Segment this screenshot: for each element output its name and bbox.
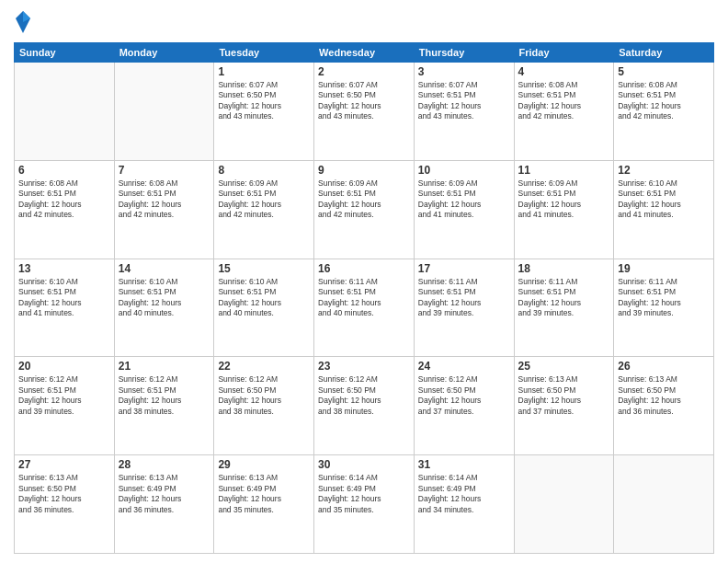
day-number: 13 xyxy=(18,262,110,275)
day-number: 23 xyxy=(318,360,410,373)
day-number: 17 xyxy=(418,262,510,275)
calendar-cell: 18Sunrise: 6:11 AM Sunset: 6:51 PM Dayli… xyxy=(514,259,614,357)
day-number: 24 xyxy=(418,360,510,373)
calendar-cell: 31Sunrise: 6:14 AM Sunset: 6:49 PM Dayli… xyxy=(414,455,514,554)
header xyxy=(14,9,714,35)
day-number: 15 xyxy=(218,262,310,275)
day-number: 28 xyxy=(119,458,210,471)
day-number: 18 xyxy=(518,262,610,275)
calendar-week-row: 1Sunrise: 6:07 AM Sunset: 6:50 PM Daylig… xyxy=(15,63,714,161)
day-info: Sunrise: 6:09 AM Sunset: 6:51 PM Dayligh… xyxy=(518,178,610,221)
calendar-cell: 23Sunrise: 6:12 AM Sunset: 6:50 PM Dayli… xyxy=(314,357,415,455)
calendar-cell: 1Sunrise: 6:07 AM Sunset: 6:50 PM Daylig… xyxy=(214,63,314,161)
calendar-day-header: Thursday xyxy=(414,43,514,63)
calendar-day-header: Friday xyxy=(514,43,614,63)
calendar-cell: 29Sunrise: 6:13 AM Sunset: 6:49 PM Dayli… xyxy=(214,455,314,554)
calendar-header-row: SundayMondayTuesdayWednesdayThursdayFrid… xyxy=(15,43,714,63)
calendar-cell: 7Sunrise: 6:08 AM Sunset: 6:51 PM Daylig… xyxy=(114,160,214,259)
day-info: Sunrise: 6:10 AM Sunset: 6:51 PM Dayligh… xyxy=(618,178,710,221)
day-info: Sunrise: 6:13 AM Sunset: 6:50 PM Dayligh… xyxy=(518,374,610,417)
logo-icon xyxy=(14,9,32,35)
day-number: 2 xyxy=(318,65,410,78)
logo xyxy=(14,9,36,35)
day-info: Sunrise: 6:14 AM Sunset: 6:49 PM Dayligh… xyxy=(318,473,410,515)
day-info: Sunrise: 6:08 AM Sunset: 6:51 PM Dayligh… xyxy=(518,80,610,122)
calendar-cell: 2Sunrise: 6:07 AM Sunset: 6:50 PM Daylig… xyxy=(314,63,415,161)
day-info: Sunrise: 6:11 AM Sunset: 6:51 PM Dayligh… xyxy=(318,277,410,319)
calendar-cell: 3Sunrise: 6:07 AM Sunset: 6:51 PM Daylig… xyxy=(414,63,514,161)
calendar-cell xyxy=(514,455,614,554)
day-number: 31 xyxy=(418,458,510,471)
calendar-cell: 12Sunrise: 6:10 AM Sunset: 6:51 PM Dayli… xyxy=(614,160,714,259)
calendar-cell: 15Sunrise: 6:10 AM Sunset: 6:51 PM Dayli… xyxy=(214,259,314,357)
day-info: Sunrise: 6:10 AM Sunset: 6:51 PM Dayligh… xyxy=(18,277,110,319)
day-number: 10 xyxy=(418,164,510,177)
calendar-cell: 14Sunrise: 6:10 AM Sunset: 6:51 PM Dayli… xyxy=(114,259,214,357)
calendar-cell: 6Sunrise: 6:08 AM Sunset: 6:51 PM Daylig… xyxy=(15,160,115,259)
day-info: Sunrise: 6:10 AM Sunset: 6:51 PM Dayligh… xyxy=(218,277,310,319)
day-number: 8 xyxy=(218,164,310,177)
day-info: Sunrise: 6:13 AM Sunset: 6:50 PM Dayligh… xyxy=(18,473,110,515)
day-number: 7 xyxy=(119,164,210,177)
calendar-week-row: 27Sunrise: 6:13 AM Sunset: 6:50 PM Dayli… xyxy=(15,455,714,554)
page: SundayMondayTuesdayWednesdayThursdayFrid… xyxy=(0,0,728,563)
calendar-cell: 17Sunrise: 6:11 AM Sunset: 6:51 PM Dayli… xyxy=(414,259,514,357)
day-info: Sunrise: 6:13 AM Sunset: 6:49 PM Dayligh… xyxy=(119,473,210,515)
calendar-cell: 20Sunrise: 6:12 AM Sunset: 6:51 PM Dayli… xyxy=(15,357,115,455)
day-number: 4 xyxy=(518,65,610,78)
day-info: Sunrise: 6:13 AM Sunset: 6:49 PM Dayligh… xyxy=(218,473,310,515)
day-number: 9 xyxy=(318,164,410,177)
day-info: Sunrise: 6:14 AM Sunset: 6:49 PM Dayligh… xyxy=(418,473,510,515)
day-info: Sunrise: 6:08 AM Sunset: 6:51 PM Dayligh… xyxy=(119,178,210,221)
calendar-cell: 22Sunrise: 6:12 AM Sunset: 6:50 PM Dayli… xyxy=(214,357,314,455)
day-info: Sunrise: 6:08 AM Sunset: 6:51 PM Dayligh… xyxy=(18,178,110,221)
day-info: Sunrise: 6:10 AM Sunset: 6:51 PM Dayligh… xyxy=(119,277,210,319)
day-number: 26 xyxy=(618,360,710,373)
calendar-day-header: Saturday xyxy=(614,43,714,63)
day-info: Sunrise: 6:13 AM Sunset: 6:50 PM Dayligh… xyxy=(618,374,710,417)
day-info: Sunrise: 6:07 AM Sunset: 6:50 PM Dayligh… xyxy=(318,80,410,122)
calendar-cell: 8Sunrise: 6:09 AM Sunset: 6:51 PM Daylig… xyxy=(214,160,314,259)
calendar-cell: 24Sunrise: 6:12 AM Sunset: 6:50 PM Dayli… xyxy=(414,357,514,455)
day-info: Sunrise: 6:07 AM Sunset: 6:50 PM Dayligh… xyxy=(218,80,310,122)
day-number: 6 xyxy=(18,164,110,177)
day-info: Sunrise: 6:11 AM Sunset: 6:51 PM Dayligh… xyxy=(518,277,610,319)
calendar-week-row: 6Sunrise: 6:08 AM Sunset: 6:51 PM Daylig… xyxy=(15,160,714,259)
day-info: Sunrise: 6:07 AM Sunset: 6:51 PM Dayligh… xyxy=(418,80,510,122)
day-number: 29 xyxy=(218,458,310,471)
calendar-cell xyxy=(114,63,214,161)
calendar-cell: 16Sunrise: 6:11 AM Sunset: 6:51 PM Dayli… xyxy=(314,259,415,357)
day-info: Sunrise: 6:09 AM Sunset: 6:51 PM Dayligh… xyxy=(318,178,410,221)
day-number: 25 xyxy=(518,360,610,373)
day-info: Sunrise: 6:12 AM Sunset: 6:51 PM Dayligh… xyxy=(119,374,210,417)
calendar-cell: 10Sunrise: 6:09 AM Sunset: 6:51 PM Dayli… xyxy=(414,160,514,259)
day-number: 12 xyxy=(618,164,710,177)
day-info: Sunrise: 6:12 AM Sunset: 6:50 PM Dayligh… xyxy=(418,374,510,417)
calendar-cell: 27Sunrise: 6:13 AM Sunset: 6:50 PM Dayli… xyxy=(15,455,115,554)
day-number: 16 xyxy=(318,262,410,275)
day-info: Sunrise: 6:08 AM Sunset: 6:51 PM Dayligh… xyxy=(618,80,710,122)
day-number: 21 xyxy=(119,360,210,373)
day-info: Sunrise: 6:12 AM Sunset: 6:50 PM Dayligh… xyxy=(318,374,410,417)
calendar-day-header: Sunday xyxy=(15,43,115,63)
calendar-week-row: 13Sunrise: 6:10 AM Sunset: 6:51 PM Dayli… xyxy=(15,259,714,357)
calendar-cell: 19Sunrise: 6:11 AM Sunset: 6:51 PM Dayli… xyxy=(614,259,714,357)
day-number: 5 xyxy=(618,65,710,78)
day-info: Sunrise: 6:09 AM Sunset: 6:51 PM Dayligh… xyxy=(218,178,310,221)
calendar-cell: 30Sunrise: 6:14 AM Sunset: 6:49 PM Dayli… xyxy=(314,455,415,554)
day-info: Sunrise: 6:12 AM Sunset: 6:51 PM Dayligh… xyxy=(18,374,110,417)
day-number: 1 xyxy=(218,65,310,78)
calendar-cell: 26Sunrise: 6:13 AM Sunset: 6:50 PM Dayli… xyxy=(614,357,714,455)
calendar-cell: 21Sunrise: 6:12 AM Sunset: 6:51 PM Dayli… xyxy=(114,357,214,455)
day-number: 27 xyxy=(18,458,110,471)
day-number: 3 xyxy=(418,65,510,78)
day-info: Sunrise: 6:11 AM Sunset: 6:51 PM Dayligh… xyxy=(618,277,710,319)
day-info: Sunrise: 6:11 AM Sunset: 6:51 PM Dayligh… xyxy=(418,277,510,319)
calendar-day-header: Monday xyxy=(114,43,214,63)
calendar-cell: 13Sunrise: 6:10 AM Sunset: 6:51 PM Dayli… xyxy=(15,259,115,357)
calendar-cell: 11Sunrise: 6:09 AM Sunset: 6:51 PM Dayli… xyxy=(514,160,614,259)
calendar-cell: 4Sunrise: 6:08 AM Sunset: 6:51 PM Daylig… xyxy=(514,63,614,161)
calendar-cell xyxy=(15,63,115,161)
calendar-day-header: Tuesday xyxy=(214,43,314,63)
day-number: 22 xyxy=(218,360,310,373)
